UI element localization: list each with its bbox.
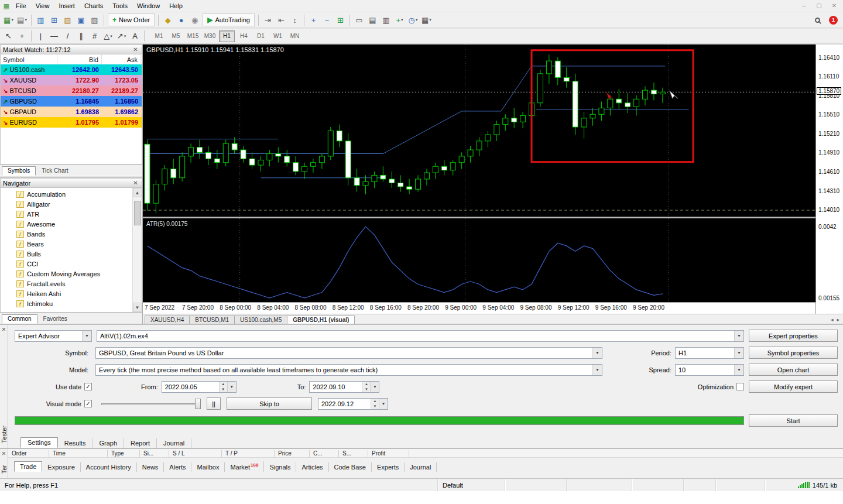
navigator-item-bulls[interactable]: ƒBulls	[1, 249, 142, 259]
new-chart-button[interactable]: ▦▾	[2, 13, 15, 26]
terminal-tab-mailbox[interactable]: Mailbox	[191, 462, 225, 472]
navigator-item-custom-moving-averages[interactable]: ƒCustom Moving Averages	[1, 269, 142, 279]
timeframe-m5[interactable]: M5	[168, 30, 184, 42]
maximize-button[interactable]: ▢	[811, 1, 827, 11]
spinner-icon[interactable]: ▲▼	[371, 399, 379, 409]
calendar-dropdown-icon[interactable]: ▼	[379, 399, 388, 409]
zoom-out-button[interactable]: −	[320, 13, 334, 26]
skip-to-button[interactable]: Skip to	[227, 397, 312, 410]
chart-tab-us100-cash-m5[interactable]: US100.cash,M5	[234, 316, 287, 324]
navigator-close-icon[interactable]: ✕	[132, 180, 139, 186]
column-ask[interactable]: Ask	[102, 54, 141, 64]
market-watch-row[interactable]: ↗GBPUSD1.168451.16850	[1, 96, 142, 107]
grid-column-type[interactable]: Type	[108, 450, 140, 457]
grid-column-time[interactable]: Time	[49, 450, 108, 457]
tile-vertical-button[interactable]: ▥	[379, 13, 393, 26]
status-profile[interactable]: Default	[438, 479, 505, 491]
grid-column-s-l[interactable]: S / L	[169, 450, 222, 457]
templates-button[interactable]: ▦▾	[420, 13, 433, 26]
navigator-item-accumulation[interactable]: ƒAccumulation	[1, 189, 142, 199]
vertical-line-button[interactable]: |	[34, 30, 47, 43]
slider-thumb[interactable]	[195, 399, 201, 409]
navigator-button[interactable]: ▧	[61, 13, 74, 26]
alerts-button[interactable]: ◉	[188, 13, 201, 26]
ea-type-select[interactable]: Expert Advisor ▼	[15, 330, 92, 342]
strategy-tester-button[interactable]: ▨	[88, 13, 101, 26]
navigator-item-atr[interactable]: ƒATR	[1, 209, 142, 219]
tester-close-icon[interactable]: ✕	[2, 327, 6, 332]
tester-tab-settings[interactable]: Settings	[20, 437, 58, 448]
navigator-item-cci[interactable]: ƒCCI	[1, 259, 142, 269]
terminal-tab-trade[interactable]: Trade	[14, 461, 42, 472]
timeframe-m30[interactable]: M30	[202, 30, 218, 42]
spinner-icon[interactable]: ▲▼	[362, 382, 370, 392]
market-watch-close-icon[interactable]: ✕	[132, 46, 139, 53]
horizontal-line-button[interactable]: —	[47, 30, 61, 43]
terminal-tab-alerts[interactable]: Alerts	[164, 462, 191, 472]
metaeditor-button[interactable]: ◆	[161, 13, 174, 26]
column-symbol[interactable]: Symbol	[1, 54, 57, 64]
candlestick-chart[interactable]	[143, 44, 815, 217]
terminal-tab-code-base[interactable]: Code Base	[329, 462, 372, 472]
expert-properties-button[interactable]: Expert properties	[749, 330, 838, 342]
cascade-windows-button[interactable]: ▭	[352, 13, 366, 26]
from-date-field[interactable]: 2022.09.05 ▲▼ ▼	[162, 381, 237, 393]
fibonacci-button[interactable]: #	[88, 30, 101, 43]
timeframe-m15[interactable]: M15	[185, 30, 201, 42]
start-button[interactable]: Start	[749, 414, 838, 427]
indicators-button[interactable]: +▾	[393, 13, 406, 26]
price-chart[interactable]: GBPUSD,H1 1.15910 1.15941 1.15831 1.1587…	[143, 44, 815, 314]
market-watch-row[interactable]: ↘EURUSD1.017951.01799	[1, 117, 142, 128]
tester-tab-results[interactable]: Results	[58, 438, 93, 448]
tester-tab-report[interactable]: Report	[124, 438, 157, 448]
new-order-button[interactable]: +New Order	[108, 13, 155, 26]
scroll-up-icon[interactable]: ▲	[133, 188, 142, 197]
market-watch-tab-symbols[interactable]: Symbols	[2, 166, 36, 176]
periods-button[interactable]: ◷▾	[406, 13, 420, 26]
market-watch-row[interactable]: ↗US100.cash12642.0012643.50	[1, 64, 142, 75]
menu-tools[interactable]: Tools	[108, 1, 132, 11]
visual-mode-checkbox[interactable]: ✓	[84, 400, 92, 407]
terminal-tab-signals[interactable]: Signals	[264, 462, 296, 472]
period-select[interactable]: H1 ▼	[675, 347, 744, 359]
zoom-in-button[interactable]: +	[307, 13, 320, 26]
modify-expert-button[interactable]: Modify expert	[749, 380, 838, 393]
symbol-properties-button[interactable]: Symbol properties	[749, 347, 838, 359]
terminal-tab-exposure[interactable]: Exposure	[42, 462, 80, 472]
navigator-scrollbar[interactable]: ▲ ▼	[132, 188, 142, 312]
use-date-checkbox-group[interactable]: Use date ✓	[15, 383, 92, 390]
minimize-button[interactable]: –	[796, 1, 811, 11]
use-date-checkbox[interactable]: ✓	[84, 383, 92, 390]
grid-column-price[interactable]: Price	[275, 450, 310, 457]
shapes-button[interactable]: △▾	[101, 30, 115, 43]
equidistant-channel-button[interactable]: ∥	[74, 30, 88, 43]
tester-tab-graph[interactable]: Graph	[92, 438, 124, 448]
navigator-item-bands[interactable]: ƒBands	[1, 229, 142, 239]
market-watch-button[interactable]: ▥	[34, 13, 47, 26]
text-button[interactable]: A	[128, 30, 142, 43]
open-chart-button[interactable]: Open chart	[749, 364, 838, 376]
navigator-item-ichimoku[interactable]: ƒIchimoku	[1, 299, 142, 308]
pause-button[interactable]: ||	[207, 397, 221, 410]
timeframe-mn[interactable]: MN	[287, 30, 303, 42]
optimization-checkbox-group[interactable]: Optimization	[698, 383, 744, 390]
experts-button[interactable]: ●	[174, 13, 188, 26]
navigator-item-alligator[interactable]: ƒAlligator	[1, 199, 142, 209]
navigator-item-heiken-ashi[interactable]: ƒHeiken Ashi	[1, 289, 142, 299]
menu-charts[interactable]: Charts	[80, 1, 108, 11]
menu-help[interactable]: Help	[165, 1, 187, 11]
autotrading-button[interactable]: ▶AutoTrading	[203, 13, 255, 26]
scrollbar-thumb[interactable]	[134, 201, 141, 225]
timeframe-m1[interactable]: M1	[151, 30, 167, 42]
chart-tab-btcusd-m1[interactable]: BTCUSD,M1	[189, 316, 235, 324]
chart-tabs-scroll-left-icon[interactable]: ◂	[831, 317, 834, 323]
terminal-close-icon[interactable]: ✕	[2, 451, 6, 457]
timeframe-d1[interactable]: D1	[253, 30, 269, 42]
optimization-checkbox[interactable]	[736, 383, 744, 390]
market-watch-row[interactable]: ↘XAUUSD1722.901723.05	[1, 75, 142, 85]
chart-tab-gbpusd-h1-visual-[interactable]: GBPUSD,H1 (visual)	[287, 316, 355, 324]
grid-column-t-p[interactable]: T / P	[222, 450, 275, 457]
menu-view[interactable]: View	[31, 1, 54, 11]
terminal-tab-market[interactable]: Market168	[225, 461, 264, 472]
market-watch-row[interactable]: ↘BTCUSD22180.2722189.27	[1, 85, 142, 96]
